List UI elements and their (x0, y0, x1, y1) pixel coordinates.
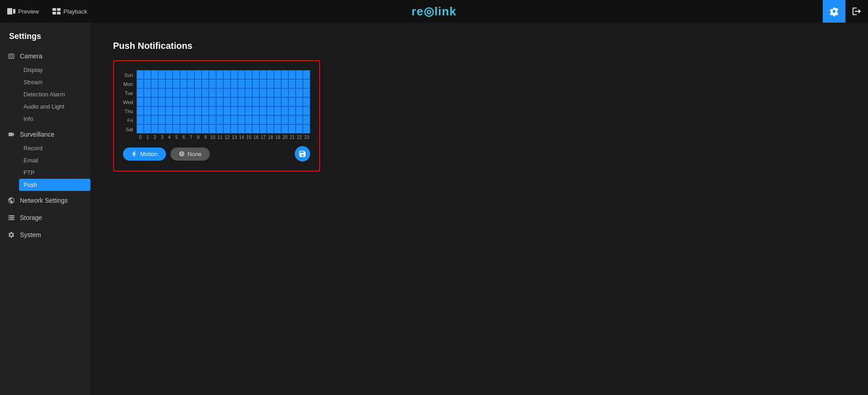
grid-cell[interactable] (187, 115, 194, 124)
grid-cell[interactable] (259, 97, 267, 106)
grid-cell[interactable] (252, 97, 259, 106)
grid-cell[interactable] (288, 124, 296, 133)
grid-cell[interactable] (245, 97, 252, 106)
grid-cell[interactable] (303, 79, 310, 88)
grid-cell[interactable] (187, 79, 194, 88)
grid-cell[interactable] (252, 88, 259, 97)
grid-cell[interactable] (173, 124, 180, 133)
grid-cell[interactable] (223, 88, 231, 97)
grid-cell[interactable] (137, 115, 144, 124)
grid-cell[interactable] (274, 106, 281, 115)
grid-cell[interactable] (165, 97, 173, 106)
grid-cell[interactable] (223, 97, 231, 106)
grid-cell[interactable] (180, 88, 187, 97)
grid-cell[interactable] (303, 97, 310, 106)
grid-cell[interactable] (281, 124, 288, 133)
grid-cell[interactable] (151, 88, 158, 97)
grid-cell[interactable] (288, 106, 296, 115)
grid-cell[interactable] (259, 70, 267, 79)
grid-cell[interactable] (303, 88, 310, 97)
sidebar-surveillance-header[interactable]: Surveillance (0, 127, 90, 142)
grid-cell[interactable] (137, 97, 144, 106)
grid-cell[interactable] (274, 88, 281, 97)
sidebar-item-email[interactable]: Email (19, 154, 90, 167)
grid-cell[interactable] (194, 97, 202, 106)
grid-cell[interactable] (158, 70, 165, 79)
grid-cell[interactable] (216, 106, 223, 115)
grid-cell[interactable] (173, 79, 180, 88)
grid-cell[interactable] (223, 70, 231, 79)
grid-cell[interactable] (173, 70, 180, 79)
grid-cell[interactable] (267, 106, 274, 115)
sidebar-storage-header[interactable]: Storage (0, 210, 90, 225)
grid-cell[interactable] (144, 97, 151, 106)
grid-cell[interactable] (158, 88, 165, 97)
grid-cell[interactable] (144, 124, 151, 133)
grid-cell[interactable] (151, 70, 158, 79)
grid-cell[interactable] (274, 79, 281, 88)
grid-cell[interactable] (202, 97, 209, 106)
grid-cell[interactable] (209, 79, 216, 88)
grid-cell[interactable] (173, 115, 180, 124)
grid-cell[interactable] (187, 124, 194, 133)
grid-cell[interactable] (180, 79, 187, 88)
grid-cell[interactable] (202, 88, 209, 97)
grid-cell[interactable] (165, 115, 173, 124)
grid-cell[interactable] (267, 124, 274, 133)
grid-cell[interactable] (245, 79, 252, 88)
grid-cell[interactable] (151, 115, 158, 124)
grid-cell[interactable] (194, 88, 202, 97)
grid-cell[interactable] (296, 70, 303, 79)
grid-cell[interactable] (231, 88, 238, 97)
sidebar-camera-header[interactable]: Camera (0, 48, 90, 64)
grid-cell[interactable] (144, 115, 151, 124)
grid-cell[interactable] (137, 124, 144, 133)
grid-cell[interactable] (173, 88, 180, 97)
sidebar-item-detection-alarm[interactable]: Detection Alarm (19, 88, 90, 100)
grid-cell[interactable] (281, 79, 288, 88)
sidebar-item-stream[interactable]: Stream (19, 76, 90, 88)
grid-cell[interactable] (259, 106, 267, 115)
grid-cell[interactable] (151, 97, 158, 106)
grid-cell[interactable] (158, 97, 165, 106)
grid-cell[interactable] (194, 115, 202, 124)
grid-cell[interactable] (274, 124, 281, 133)
grid-cell[interactable] (231, 97, 238, 106)
grid-cell[interactable] (245, 70, 252, 79)
grid-cell[interactable] (173, 106, 180, 115)
grid-cell[interactable] (165, 79, 173, 88)
grid-cell[interactable] (238, 106, 245, 115)
sidebar-network-header[interactable]: Network Settings (0, 193, 90, 208)
grid-cell[interactable] (288, 97, 296, 106)
grid-cell[interactable] (216, 124, 223, 133)
grid-cell[interactable] (252, 70, 259, 79)
grid-cell[interactable] (245, 88, 252, 97)
grid-cell[interactable] (137, 70, 144, 79)
grid-cell[interactable] (281, 115, 288, 124)
grid-cell[interactable] (165, 124, 173, 133)
grid-cell[interactable] (288, 115, 296, 124)
grid-cell[interactable] (144, 70, 151, 79)
grid-cell[interactable] (288, 70, 296, 79)
grid-cell[interactable] (144, 88, 151, 97)
grid-cell[interactable] (303, 115, 310, 124)
grid-cell[interactable] (296, 106, 303, 115)
grid-cell[interactable] (245, 124, 252, 133)
grid-cell[interactable] (238, 124, 245, 133)
grid-cell[interactable] (274, 115, 281, 124)
sidebar-system-header[interactable]: System (0, 227, 90, 243)
sidebar-item-ftp[interactable]: FTP (19, 167, 90, 179)
grid-cell[interactable] (202, 106, 209, 115)
grid-cell[interactable] (238, 70, 245, 79)
grid-cell[interactable] (209, 115, 216, 124)
grid-cell[interactable] (267, 79, 274, 88)
grid-cell[interactable] (281, 70, 288, 79)
grid-cell[interactable] (209, 70, 216, 79)
grid-cell[interactable] (194, 70, 202, 79)
grid-cell[interactable] (216, 97, 223, 106)
grid-cell[interactable] (259, 115, 267, 124)
grid-cell[interactable] (281, 97, 288, 106)
grid-cell[interactable] (296, 124, 303, 133)
grid-cell[interactable] (267, 88, 274, 97)
grid-cell[interactable] (296, 88, 303, 97)
